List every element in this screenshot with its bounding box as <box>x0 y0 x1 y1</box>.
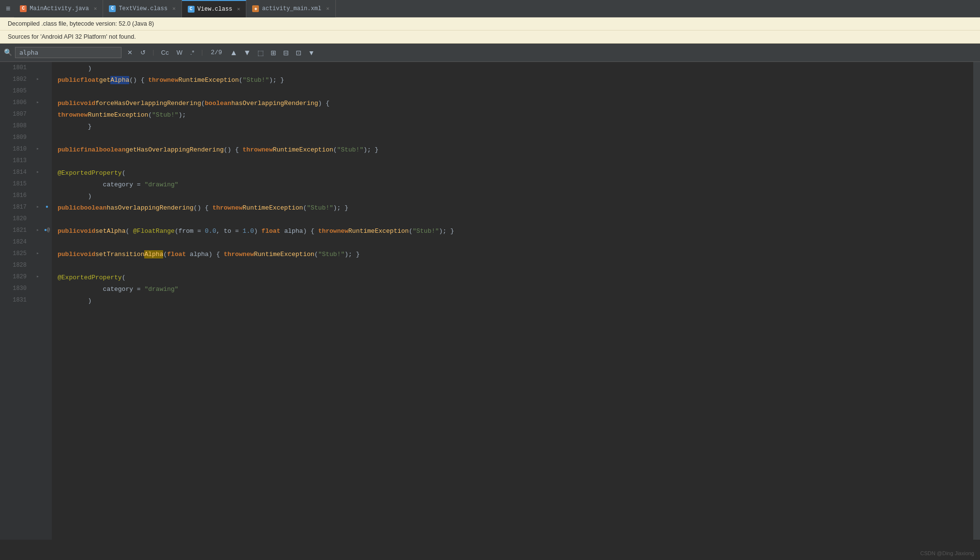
tab-activity-main-label: activity_main.xml <box>262 5 321 12</box>
expand-button[interactable]: ⬚ <box>255 48 266 58</box>
tab-textview-close[interactable]: ✕ <box>172 5 176 12</box>
line-number: 1801 <box>7 62 30 74</box>
options-button1[interactable]: ⊞ <box>268 48 279 58</box>
code-line: category = "drawing" <box>58 284 973 295</box>
options-button3[interactable]: ⊡ <box>293 48 304 58</box>
options-button2[interactable]: ⊟ <box>281 48 291 58</box>
marker-icon <box>42 283 52 294</box>
line-number: 1820 <box>7 213 30 225</box>
xml-file-icon: ◈ <box>252 5 259 12</box>
line-number: 1829 <box>7 271 30 283</box>
lines-wrapper: 1801180218051806180718081809181018131814… <box>7 62 973 540</box>
fold-icon <box>33 213 42 225</box>
close-search-button[interactable]: ✕ <box>124 48 136 57</box>
filter-button[interactable]: ▼ <box>306 48 317 58</box>
next-match-button[interactable]: ▼ <box>241 47 253 58</box>
fold-icon <box>33 132 42 143</box>
marker-icon <box>42 178 52 190</box>
divider2: | <box>199 49 205 56</box>
prev-match-button[interactable]: ▲ <box>228 47 240 58</box>
fold-icon[interactable]: ▸ <box>33 74 42 85</box>
sources-infobar: Sources for 'Android API 32 Platform' no… <box>0 30 980 44</box>
regex-button[interactable]: .* <box>187 48 197 57</box>
fold-icon <box>33 283 42 294</box>
view-class-icon: C <box>188 6 195 13</box>
fold-icon[interactable]: ▸ <box>33 225 42 236</box>
back-search-button[interactable]: ↺ <box>137 48 149 57</box>
tab-main-activity[interactable]: C MainActivity.java ✕ <box>14 0 103 17</box>
marker-icon <box>42 248 52 259</box>
line-number: 1808 <box>7 120 30 132</box>
line-number: 1810 <box>7 143 30 155</box>
marker-icon <box>42 166 52 178</box>
code-line: category = "drawing" <box>58 179 973 191</box>
tab-bar: ≡ C MainActivity.java ✕ C TextView.class… <box>0 0 980 17</box>
line-number: 1828 <box>7 259 30 271</box>
tab-textview-class[interactable]: C TextView.class ✕ <box>103 0 181 17</box>
marker-icon <box>42 271 52 283</box>
java-file-icon: C <box>20 5 27 12</box>
tab-view-close[interactable]: ✕ <box>237 6 241 12</box>
code-line: public void setAlpha( @FloatRange(from =… <box>58 226 973 237</box>
fold-icon <box>33 155 42 166</box>
code-line: public float getAlpha() { throw new Runt… <box>58 75 973 86</box>
collapse-sidebar-button[interactable]: ≡ <box>2 2 14 15</box>
tab-activity-main-xml[interactable]: ◈ activity_main.xml ✕ <box>246 0 335 17</box>
line-number: 1816 <box>7 190 30 201</box>
fold-icon[interactable]: ▸ <box>33 97 42 108</box>
tab-xml-close[interactable]: ✕ <box>326 5 330 12</box>
line-number: 1814 <box>7 166 30 178</box>
search-input[interactable] <box>15 47 121 58</box>
code-line: ) <box>58 63 973 75</box>
line-number: 1809 <box>7 132 30 143</box>
marker-icon <box>42 213 52 225</box>
code-line <box>58 260 973 272</box>
sources-infobar-text: Sources for 'Android API 32 Platform' no… <box>8 33 136 40</box>
search-actions: ✕ ↺ | Cc W .* | 2/9 ▲ ▼ ⬚ ⊞ ⊟ ⊡ ▼ <box>124 47 317 58</box>
code-content: ) public float getAlpha() { throw new Ru… <box>52 62 973 540</box>
marker-icon <box>42 132 52 143</box>
search-bar: 🔍 ✕ ↺ | Cc W .* | 2/9 ▲ ▼ ⬚ ⊞ ⊟ ⊡ ▼ <box>0 44 980 62</box>
marker-icon[interactable]: ● <box>42 201 52 213</box>
marker-icon <box>42 155 52 166</box>
case-sensitive-button[interactable]: Cc <box>158 48 172 57</box>
tab-view-class-label: View.class <box>197 6 232 13</box>
fold-icon <box>33 108 42 120</box>
code-line <box>58 133 973 144</box>
fold-icon <box>33 294 42 306</box>
right-scrollbar[interactable] <box>973 62 980 540</box>
whole-word-button[interactable]: W <box>174 48 185 57</box>
code-line: @ExportedProperty( <box>58 167 973 179</box>
marker-icon <box>42 120 52 132</box>
line-number: 1802 <box>7 74 30 85</box>
fold-column: ▸▸▸▸▸▸▸▸ <box>33 62 42 540</box>
fold-icon[interactable]: ▸ <box>33 271 42 283</box>
marker-icon <box>42 259 52 271</box>
marker-icon <box>42 143 52 155</box>
code-line: } <box>58 121 973 133</box>
marker-icon <box>42 294 52 306</box>
line-number: 1824 <box>7 236 30 248</box>
line-number: 1831 <box>7 294 30 306</box>
fold-icon[interactable]: ▸ <box>33 166 42 178</box>
fold-icon <box>33 236 42 248</box>
fold-icon[interactable]: ▸ <box>33 201 42 213</box>
line-number: 1821 <box>7 225 30 236</box>
search-counter: 2/9 <box>207 49 226 56</box>
marker-icon <box>42 97 52 108</box>
textview-class-icon: C <box>109 5 116 12</box>
search-icon: 🔍 <box>4 48 12 57</box>
marker-icon <box>42 85 52 97</box>
code-line <box>58 86 973 98</box>
line-numbers: 1801180218051806180718081809181018131814… <box>7 62 33 540</box>
fold-icon <box>33 178 42 190</box>
tab-main-activity-close[interactable]: ✕ <box>94 5 97 12</box>
fold-icon[interactable]: ▸ <box>33 248 42 259</box>
code-line: public void forceHasOverlappingRendering… <box>58 98 973 109</box>
code-line: public final boolean getHasOverlappingRe… <box>58 144 973 156</box>
code-line <box>58 214 973 226</box>
watermark: CSDN @Ding Jiaxiong <box>920 550 974 556</box>
tab-view-class[interactable]: C View.class ✕ <box>182 0 247 17</box>
fold-icon[interactable]: ▸ <box>33 143 42 155</box>
marker-icon[interactable]: ●@ <box>42 225 52 236</box>
